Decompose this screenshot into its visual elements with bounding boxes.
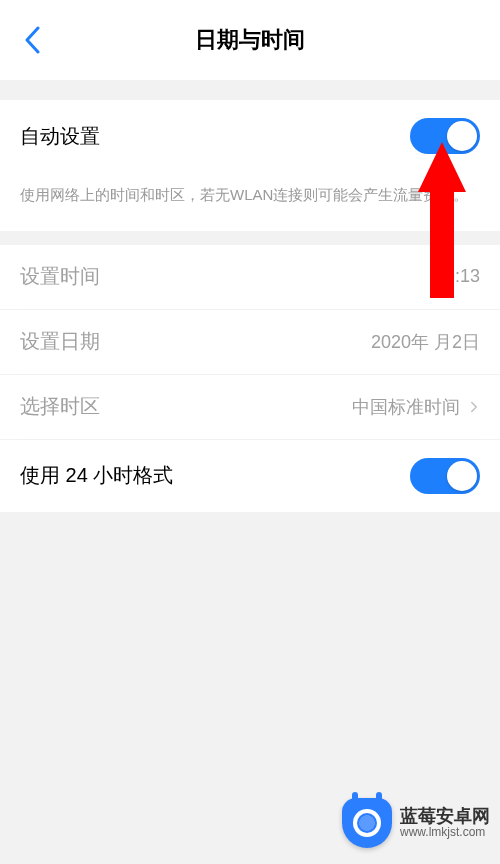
auto-set-label: 自动设置 [20, 123, 100, 150]
set-time-label: 设置时间 [20, 263, 100, 290]
set-time-value: 9:13 [445, 266, 480, 287]
timezone-label: 选择时区 [20, 393, 100, 420]
chevron-right-icon [468, 401, 480, 413]
format24-label: 使用 24 小时格式 [20, 462, 173, 489]
back-button[interactable] [20, 28, 44, 52]
format24-row[interactable]: 使用 24 小时格式 [0, 440, 500, 512]
page-title: 日期与时间 [0, 25, 500, 55]
watermark-logo-icon [342, 798, 392, 848]
watermark-url: www.lmkjst.com [400, 826, 490, 840]
watermark: 蓝莓安卓网 www.lmkjst.com [342, 798, 490, 848]
set-date-label: 设置日期 [20, 328, 100, 355]
timezone-value-text: 中国标准时间 [352, 395, 460, 419]
set-date-value: 2020年 月2日 [371, 330, 480, 354]
set-date-row: 设置日期 2020年 月2日 [0, 310, 500, 374]
auto-set-row[interactable]: 自动设置 [0, 100, 500, 172]
chevron-left-icon [24, 26, 40, 54]
auto-set-toggle[interactable] [410, 118, 480, 154]
timezone-value: 中国标准时间 [352, 395, 480, 419]
set-time-row: 设置时间 9:13 [0, 245, 500, 309]
section-gap [0, 231, 500, 245]
timezone-row: 选择时区 中国标准时间 [0, 375, 500, 439]
auto-set-description: 使用网络上的时间和时区，若无WLAN连接则可能会产生流量费用。 [0, 172, 500, 231]
section-gap [0, 80, 500, 100]
watermark-brand: 蓝莓安卓网 [400, 806, 490, 827]
format24-toggle[interactable] [410, 458, 480, 494]
watermark-text: 蓝莓安卓网 www.lmkjst.com [400, 806, 490, 840]
header: 日期与时间 [0, 0, 500, 80]
